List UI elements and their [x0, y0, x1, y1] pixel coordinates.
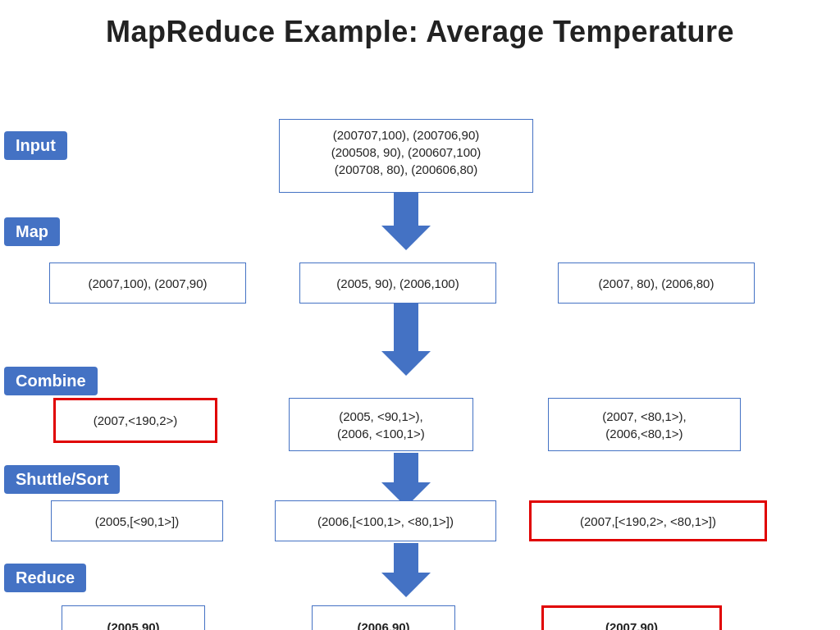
shuttle-label: Shuttle/Sort — [4, 465, 120, 494]
input-label: Input — [4, 131, 67, 160]
arrow-map-down — [381, 304, 431, 376]
map-box-1: (2007,100), (2007,90) — [49, 262, 246, 304]
page-title: MapReduce Example: Average Temperature — [0, 0, 840, 57]
shuttle-box-1: (2005,[<90,1>]) — [51, 500, 223, 541]
input-box: (200707,100), (200706,90)(200508, 90), (… — [279, 119, 533, 193]
arrow-input-down — [381, 191, 431, 250]
combine-label: Combine — [4, 367, 98, 395]
shuttle-box-2: (2006,[<100,1>, <80,1>]) — [275, 500, 496, 541]
map-box-2: (2005, 90), (2006,100) — [299, 262, 496, 304]
reduce-label: Reduce — [4, 564, 86, 592]
shuttle-box-3: (2007,[<190,2>, <80,1>]) — [529, 500, 767, 541]
map-label: Map — [4, 217, 60, 246]
arrow-shuttle-down — [381, 543, 431, 597]
reduce-box-3: (2007,90) — [541, 605, 722, 630]
arrow-combine-down — [381, 453, 431, 507]
combine-box-1: (2007,<190,2>) — [53, 398, 217, 443]
diagram-area: Input Map Combine Shuttle/Sort Reduce (2… — [0, 57, 840, 630]
reduce-box-2: (2006,90) — [312, 605, 455, 630]
map-box-3: (2007, 80), (2006,80) — [558, 262, 755, 304]
combine-box-2: (2005, <90,1>),(2006, <100,1>) — [289, 398, 473, 451]
reduce-box-1: (2005,90) — [62, 605, 205, 630]
combine-box-3: (2007, <80,1>),(2006,<80,1>) — [548, 398, 741, 451]
